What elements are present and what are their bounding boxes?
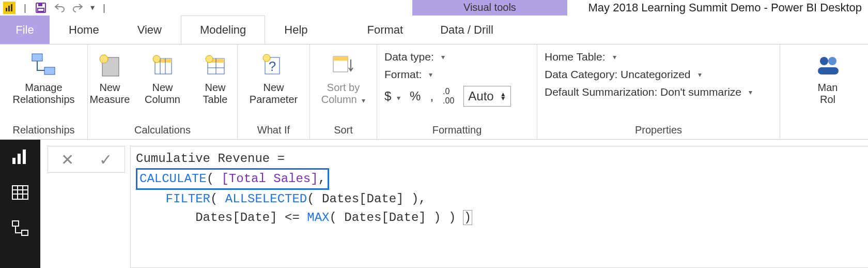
view-switcher [0, 140, 40, 268]
chevron-down-icon: ▾ [362, 96, 365, 105]
group-properties-label: Properties [545, 122, 772, 139]
table-icon [201, 51, 230, 80]
commit-formula-button[interactable]: ✓ [99, 151, 112, 169]
decimal-places-icon: .0.00 [443, 87, 454, 106]
svg-point-14 [153, 55, 160, 63]
svg-point-25 [820, 57, 828, 65]
measure-icon [96, 51, 125, 80]
currency-button[interactable]: $ ▾ [384, 89, 400, 103]
tab-format[interactable]: Format [349, 16, 422, 44]
new-measure-label: New Measure [90, 82, 130, 106]
svg-text:?: ? [268, 58, 275, 74]
group-security-label [791, 122, 865, 139]
group-properties: Home Table:▾ Data Category: Uncategorize… [537, 44, 780, 139]
svg-rect-36 [12, 221, 19, 226]
decimal-places-spinner[interactable]: Auto ▲▼ [463, 86, 510, 107]
chevron-down-icon: ▾ [698, 70, 702, 79]
formula-editor[interactable]: Cumulative Revenue = CALCULATE( [Total S… [130, 146, 868, 268]
new-table-label: New Table [203, 82, 228, 106]
tab-view[interactable]: View [118, 16, 181, 44]
sort-by-column-label: Sort by Column [321, 82, 360, 105]
home-table-label: Home Table: [545, 51, 606, 63]
svg-rect-7 [44, 67, 55, 75]
format-label: Format: [384, 68, 422, 81]
relationships-icon [29, 51, 58, 80]
manage-relationships-button[interactable]: Manage Relationships [12, 51, 74, 106]
column-icon [148, 51, 177, 80]
home-table-dropdown[interactable]: Home Table:▾ [545, 51, 616, 63]
group-security: ManRol [780, 44, 868, 139]
model-view-button[interactable] [10, 218, 30, 239]
qat-customize-dropdown[interactable]: ▾ [90, 3, 95, 12]
decimal-places-value: Auto [468, 89, 493, 103]
undo-button[interactable] [53, 2, 66, 14]
group-whatif-label: What If [245, 122, 302, 139]
roles-icon [813, 51, 842, 80]
formula-bar-buttons: ✕ ✓ [48, 146, 125, 173]
thousands-separator-button[interactable]: , [430, 89, 433, 103]
formula-bar-area: ✕ ✓ Cumulative Revenue = CALCULATE( [Tot… [40, 140, 868, 268]
group-calculations-label: Calculations [95, 122, 230, 139]
svg-rect-27 [818, 67, 839, 75]
svg-rect-2 [11, 4, 12, 11]
parameter-icon: ? [259, 51, 288, 80]
svg-rect-28 [12, 158, 16, 164]
svg-rect-29 [18, 154, 21, 164]
manage-relationships-label: Manage Relationships [12, 82, 74, 106]
ribbon-tabs: File Home View Modeling Help Format Data… [0, 16, 868, 44]
svg-rect-4 [38, 3, 42, 6]
manage-roles-label: ManRol [818, 82, 838, 106]
svg-point-26 [828, 57, 836, 65]
group-relationships: Manage Relationships Relationships [0, 44, 88, 139]
tab-modeling[interactable]: Modeling [181, 16, 265, 44]
svg-rect-5 [38, 8, 44, 11]
tab-home[interactable]: Home [50, 16, 118, 44]
new-column-label: New Column [145, 82, 180, 106]
formula-line-1: Cumulative Revenue = [136, 152, 285, 166]
new-column-button[interactable]: New Column [142, 51, 183, 106]
new-measure-button[interactable]: New Measure [89, 51, 131, 106]
qat-separator-2: | [103, 2, 105, 13]
sort-icon [329, 51, 358, 80]
data-category-dropdown[interactable]: Data Category: Uncategorized▾ [545, 68, 702, 81]
new-table-button[interactable]: New Table [195, 51, 236, 106]
svg-rect-24 [333, 56, 348, 61]
default-summarization-label: Default Summarization: Don't summarize [545, 86, 741, 98]
cancel-formula-button[interactable]: ✕ [61, 151, 74, 169]
percent-button[interactable]: % [410, 89, 421, 103]
new-parameter-button[interactable]: ? New Parameter [250, 51, 298, 106]
group-whatif: ? New Parameter What If [238, 44, 310, 139]
chevron-down-icon: ▾ [441, 53, 445, 61]
redo-button[interactable] [72, 2, 84, 14]
group-sort-label: Sort [317, 122, 369, 139]
data-type-dropdown[interactable]: Data type:▾ [384, 51, 445, 63]
tab-data-drill[interactable]: Data / Drill [422, 16, 512, 44]
data-view-button[interactable] [10, 182, 30, 203]
svg-rect-37 [22, 230, 28, 235]
svg-point-19 [206, 55, 213, 63]
group-formatting: Data type:▾ Format:▾ $ ▾ % , .0.00 Auto … [377, 44, 537, 139]
sort-by-column-button[interactable]: Sort by Column ▾ [321, 51, 365, 106]
group-relationships-label: Relationships [7, 122, 80, 139]
matching-paren-highlight: ) [463, 211, 472, 225]
formula-highlight-box: CALCULATE( [Total Sales], [136, 168, 329, 190]
format-dropdown[interactable]: Format:▾ [384, 68, 432, 81]
file-tab[interactable]: File [0, 16, 50, 44]
data-type-label: Data type: [384, 51, 434, 63]
tab-help[interactable]: Help [265, 16, 327, 44]
chevron-down-icon: ▾ [613, 53, 616, 61]
group-calculations: New Measure New Column New Table Calcula… [88, 44, 238, 139]
chevron-down-icon: ▾ [429, 70, 432, 79]
work-area: ✕ ✓ Cumulative Revenue = CALCULATE( [Tot… [0, 140, 868, 268]
contextual-tab-header: Visual tools [412, 0, 567, 16]
svg-point-9 [100, 55, 108, 63]
powerbi-logo-icon [3, 2, 16, 14]
save-button[interactable] [35, 2, 47, 14]
svg-rect-6 [32, 54, 42, 61]
manage-roles-button[interactable]: ManRol [807, 51, 848, 106]
default-summarization-dropdown[interactable]: Default Summarization: Don't summarize▾ [545, 86, 752, 98]
title-bar: | ▾ | Visual tools May 2018 Learning Sum… [0, 0, 868, 16]
chevron-down-icon: ▾ [397, 94, 400, 102]
report-view-button[interactable] [10, 146, 30, 167]
new-parameter-label: New Parameter [250, 82, 298, 106]
